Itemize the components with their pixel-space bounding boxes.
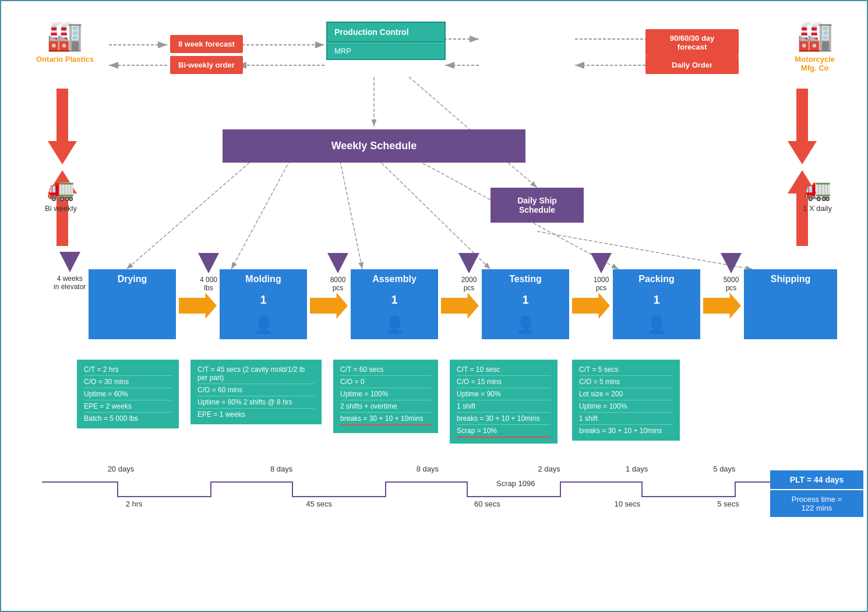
drying-epe: EPE = 2 weeks [84, 402, 172, 413]
testing-co: C/O = 15 mins [457, 378, 551, 388]
testing-box: Testing 1 👤 [482, 269, 569, 339]
molding-ct: C/T = 45 secs (2 cavity mold/1/2 lb per … [197, 365, 315, 384]
inv-packing-shipping: 5000pcs [721, 253, 742, 292]
diagram: 🏭 Ontario Plastics 🏭 MotorcycleMfg. Co P… [0, 0, 868, 612]
triangle-before-drying [59, 252, 80, 272]
molding-info: C/T = 45 secs (2 cavity mold/1/2 lb per … [190, 360, 322, 424]
testing-uptime: Uptime = 90% [457, 390, 551, 400]
svg-line-12 [126, 156, 257, 269]
day-3: 8 days [354, 465, 500, 473]
svg-marker-20 [788, 89, 817, 164]
molding-box: Molding 1 👤 [220, 269, 307, 339]
left-truck-icon: 🚛 [45, 176, 77, 202]
packing-label: Packing [638, 274, 674, 284]
left-truck: 🚛 Bi weekly [45, 176, 77, 213]
left-factory-label: Ontario Plastics [36, 55, 94, 64]
packing-uptime: Uptime = 100% [579, 402, 673, 413]
timeline-container: 20 days 8 days 8 days 2 days 1 days 5 da… [33, 465, 773, 508]
left-factory: 🏭 Ontario Plastics [36, 19, 94, 64]
right-factory: 🏭 MotorcycleMfg. Co [795, 19, 835, 72]
assembly-process: Assembly 1 👤 [351, 269, 438, 339]
push-arrow-5 [703, 293, 741, 319]
assembly-uptime: Uptime = 100% [340, 390, 431, 400]
inv-label-before-drying: 4 weeksin elevator [54, 275, 86, 291]
assembly-shifts: 2 shifts + overtime [340, 402, 431, 413]
day-6: 5 days [676, 465, 773, 473]
testing-label: Testing [509, 274, 542, 284]
inventory-before-drying: 4 weeksin elevator [54, 252, 86, 291]
inv-label-tp: 1000pcs [591, 276, 612, 292]
timeline-days-row: 20 days 8 days 8 days 2 days 1 days 5 da… [33, 465, 773, 473]
packing-lotsize: Lot size = 200 [579, 390, 673, 400]
molding-operator: 👤 [253, 315, 274, 335]
right-truck: 🚛 1 X daily [803, 176, 832, 213]
day-4: 2 days [500, 465, 598, 473]
day-2: 8 days [209, 465, 355, 473]
tri-tp [591, 253, 612, 273]
prod-control-label: Production Control [326, 22, 446, 43]
drying-co: C/O = 30 mins [84, 378, 172, 388]
sec-2: 45 secs [235, 500, 403, 508]
drying-uptime: Uptime = 60% [84, 390, 172, 400]
packing-ct: C/T = 5 secs [579, 365, 673, 376]
inv-label-at: 2000pcs [458, 276, 479, 292]
daily-ship-schedule: Daily ShipSchedule [491, 188, 584, 223]
inv-label-ma: 8000pcs [327, 276, 348, 292]
testing-info: C/T = 10 sesc C/O = 15 mins Uptime = 90%… [450, 360, 558, 444]
sec-5: 5 secs [683, 500, 773, 508]
drying-label: Drying [118, 274, 147, 284]
push-arrow-4 [572, 293, 610, 319]
tri-dm [198, 253, 219, 273]
day-5: 1 days [598, 465, 676, 473]
sec-4: 10 secs [571, 500, 683, 508]
left-factory-icon: 🏭 [36, 19, 94, 52]
assembly-co: C/O = 0 [340, 378, 431, 388]
biweekly-order-box: Bi-weekly order [170, 56, 243, 74]
packing-shift: 1 shift [579, 414, 673, 425]
inv-molding-assembly: 8000pcs [327, 253, 348, 292]
drying-ct: C/T = 2 hrs [84, 365, 172, 376]
mrp-label: MRP [326, 43, 446, 60]
inv-label-dm: 4 000lbs [198, 276, 219, 292]
packing-box: Packing 1 👤 [613, 269, 700, 339]
plt-label: PLT = 44 days [770, 470, 863, 489]
packing-co: C/O = 5 mins [579, 378, 673, 388]
packing-breaks: breaks = 30 + 10 + 10mins [579, 427, 673, 435]
testing-number: 1 [522, 293, 528, 307]
daily-order-box: Daily Order [645, 56, 739, 74]
shipping-box: Shipping [744, 269, 837, 339]
assembly-operator: 👤 [384, 315, 405, 335]
assembly-label: Assembly [372, 274, 417, 284]
inv-drying-molding: 4 000lbs [198, 253, 219, 292]
right-truck-label: 1 X daily [803, 204, 832, 213]
drying-box: Drying [89, 269, 176, 339]
inv-testing-packing: 1000pcs [591, 253, 612, 292]
process-time-label: Process time =122 mins [770, 490, 863, 517]
svg-line-15 [374, 156, 491, 269]
packing-operator: 👤 [647, 315, 667, 335]
day-1: 20 days [33, 465, 209, 473]
molding-epe: EPE = 1 weeks [197, 410, 315, 418]
svg-marker-18 [48, 89, 77, 164]
assembly-info: C/T = 60 secs C/O = 0 Uptime = 100% 2 sh… [333, 360, 438, 433]
tri-at [458, 253, 479, 273]
drying-batch: Batch = 5 000 lbs [84, 414, 172, 423]
testing-operator: 👤 [516, 315, 536, 335]
push-arrow-1 [179, 293, 217, 319]
production-control: Production Control MRP [326, 22, 446, 60]
packing-process: Packing 1 👤 [613, 269, 700, 339]
right-factory-icon: 🏭 [795, 19, 835, 52]
molding-process: Molding 1 👤 [220, 269, 307, 339]
sec-1: 2 hrs [33, 500, 235, 508]
tri-ps [721, 253, 742, 273]
molding-uptime: Uptime = 80% 2 shifts @ 8 hrs [197, 398, 315, 409]
testing-breaks: breaks = 30 + 10 + 10mins [457, 414, 551, 425]
weekly-schedule: Weekly Schedule [223, 129, 525, 163]
assembly-ct: C/T = 60 secs [340, 365, 431, 376]
drying-info: C/T = 2 hrs C/O = 30 mins Uptime = 60% E… [77, 360, 179, 428]
molding-co: C/O = 60 mins [197, 386, 315, 396]
push-arrow-2 [310, 293, 348, 319]
testing-process: Testing 1 👤 [482, 269, 569, 339]
right-factory-label: MotorcycleMfg. Co [795, 55, 835, 72]
assembly-box: Assembly 1 👤 [351, 269, 438, 339]
